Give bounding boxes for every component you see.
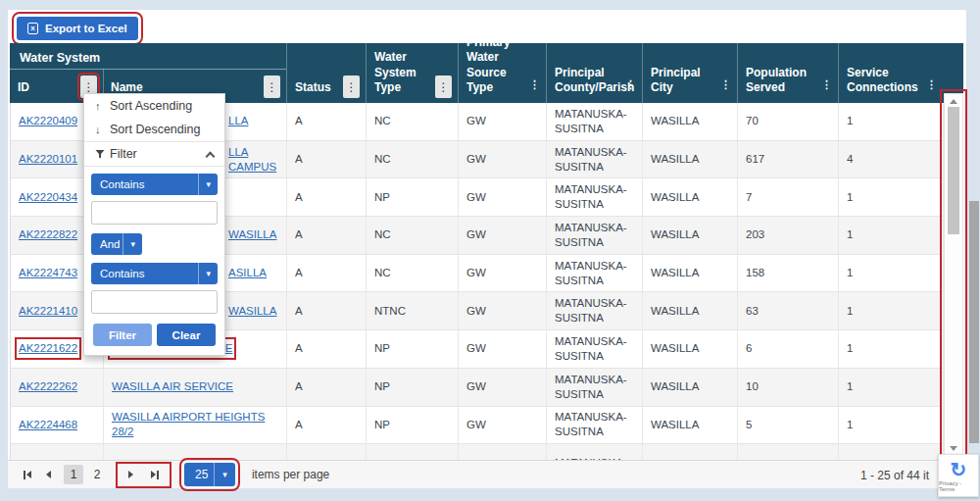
name-link[interactable]: LLA — [228, 114, 248, 128]
scroll-down-arrow-icon[interactable] — [950, 446, 957, 451]
name-link[interactable]: LLA CAMPUS — [228, 145, 280, 175]
next-page-button[interactable] — [126, 469, 135, 480]
page-button-1[interactable]: 1 — [64, 465, 83, 484]
name-link[interactable]: ASILLA — [228, 266, 267, 280]
page-number-list: 12 — [64, 465, 107, 484]
id-link[interactable]: AK2224468 — [19, 418, 77, 432]
column-menu-kebab-icon-connections[interactable]: ⋮ — [926, 77, 937, 91]
items-per-page-label: items per page — [252, 468, 329, 481]
sort-descending-icon: ↓ — [95, 124, 103, 135]
name-link[interactable]: WASILLA — [228, 304, 276, 319]
column-menu-kebab-icon-city[interactable]: ⋮ — [720, 77, 731, 91]
table-scrollbar[interactable] — [944, 93, 963, 457]
cell-population: 203 — [738, 217, 839, 254]
scroll-up-arrow-icon[interactable] — [950, 99, 957, 104]
operator-2-value: Contains — [100, 268, 144, 279]
cell-connections — [839, 444, 944, 460]
cell-connections: 1 — [839, 330, 944, 368]
column-menu-kebab-icon-type[interactable]: ⋮ — [435, 75, 452, 98]
name-link[interactable]: WASILLA AIR SERVICE — [112, 379, 233, 394]
cell-status: A — [287, 369, 367, 406]
name-link[interactable]: WASILLA — [228, 227, 276, 242]
menu-item-sort-descending[interactable]: ↓ Sort Descending — [84, 118, 224, 141]
cell-population — [738, 444, 839, 460]
cell-county: MATANUSKA-SUSITNA — [547, 217, 643, 254]
filter-value-input-2[interactable] — [91, 290, 218, 314]
id-link[interactable]: AK2221622 — [19, 341, 77, 356]
cell-status: A — [287, 330, 367, 368]
id-link[interactable]: AK2222822 — [19, 227, 77, 242]
table-row: AK2222262WASILLA AIR SERVICEANPGWMATANUS… — [11, 369, 962, 407]
sort-ascending-icon: ↑ — [95, 100, 103, 112]
cell-connections: 1 — [839, 292, 944, 329]
column-menu-kebab-icon-population[interactable]: ⋮ — [821, 77, 832, 91]
clear-filter-button[interactable]: Clear — [157, 324, 216, 346]
cell-city: WASILLA — [643, 217, 738, 254]
cell-name: WASILLA AIR SERVICE — [104, 369, 287, 406]
cell-source: GW — [459, 103, 547, 140]
filter-value-input-1[interactable] — [91, 201, 218, 225]
id-link[interactable]: AK2220434 — [19, 190, 77, 205]
cell-connections: 1 — [839, 369, 944, 406]
logic-operator-dropdown[interactable]: And ▾ — [91, 233, 142, 255]
column-menu-kebab-icon-county[interactable]: ⋮ — [625, 77, 636, 91]
page-size-dropdown[interactable]: 25 ▾ — [184, 463, 235, 486]
column-label-status: Status — [295, 80, 331, 96]
apply-filter-button[interactable]: Filter — [93, 324, 152, 346]
cell-city: WASILLA — [643, 330, 738, 368]
id-link[interactable]: AK2220409 — [19, 114, 77, 128]
operator-dropdown-1[interactable]: Contains ▾ — [91, 174, 218, 195]
cell-city: WASILLA — [643, 178, 738, 216]
cell-type: NTNC — [367, 292, 459, 329]
first-page-icon — [24, 471, 25, 479]
cell-type — [367, 444, 459, 460]
id-link[interactable]: AK2221410 — [19, 304, 77, 319]
cell-county: MATANUSKA-SUSITNA — [547, 292, 643, 329]
operator-dropdown-2[interactable]: Contains ▾ — [91, 263, 218, 284]
page-range-label: 1 - 25 of 44 it — [860, 469, 929, 482]
cell-city: WASILLA — [643, 407, 738, 444]
cell-id — [11, 444, 104, 460]
cell-population: 63 — [738, 292, 839, 329]
id-link[interactable]: AK2220101 — [19, 152, 77, 167]
id-link[interactable]: AK2222262 — [19, 379, 77, 394]
column-menu-kebab-icon-source[interactable]: ⋮ — [529, 77, 540, 91]
id-link[interactable]: AK2224743 — [19, 266, 77, 280]
operator-1-value: Contains — [100, 178, 144, 190]
cell-status: A — [287, 292, 367, 329]
export-to-excel-button[interactable]: x Export to Excel — [17, 17, 138, 40]
column-label-county: Principal County/Parish — [555, 66, 626, 96]
cell-population: 70 — [738, 103, 839, 140]
last-page-button[interactable] — [149, 469, 161, 481]
previous-page-icon — [46, 471, 51, 478]
last-page-icon — [151, 471, 156, 478]
column-menu-kebab-icon-name[interactable]: ⋮ — [264, 75, 280, 98]
first-page-button[interactable] — [22, 469, 33, 481]
page-button-2[interactable]: 2 — [87, 465, 107, 484]
recaptcha-privacy-terms: Privacy - Terms — [939, 480, 978, 492]
page-scrollbar-thumb[interactable] — [969, 201, 979, 443]
cell-population: 158 — [738, 255, 839, 292]
previous-page-button[interactable] — [44, 469, 53, 480]
cell-population: 6 — [738, 330, 839, 368]
name-link[interactable]: WASILLA AIRPORT HEIGHTS 28/2 — [112, 410, 280, 439]
filter-label: Filter — [110, 147, 137, 161]
cell-source: GW — [459, 178, 547, 216]
menu-item-filter[interactable]: Filter — [84, 141, 224, 167]
next-page-icon — [128, 471, 133, 478]
cell-county: MATANUSKA-SUSITNA — [547, 369, 643, 406]
table-scrollbar-thumb[interactable] — [948, 107, 959, 234]
filter-form: Contains ▾ And ▾ Contains ▾ Filter Clear — [84, 167, 224, 355]
cell-source: GW — [459, 217, 547, 254]
column-header-city: Principal City⋮ — [642, 43, 737, 103]
column-label-population: Population Served — [746, 66, 807, 96]
sort-ascending-label: Sort Ascending — [110, 99, 192, 113]
cell-population: 5 — [738, 407, 839, 444]
menu-item-sort-ascending[interactable]: ↑ Sort Ascending — [84, 94, 224, 118]
recaptcha-badge[interactable]: ↻ Privacy - Terms — [938, 454, 979, 497]
cell-id: AK2224468 — [11, 407, 104, 444]
column-menu-kebab-icon-status[interactable]: ⋮ — [343, 75, 360, 98]
cell-city: WASILLA — [643, 255, 738, 292]
last-page-icon-bar — [157, 471, 159, 479]
cell-source: GW — [459, 407, 547, 444]
